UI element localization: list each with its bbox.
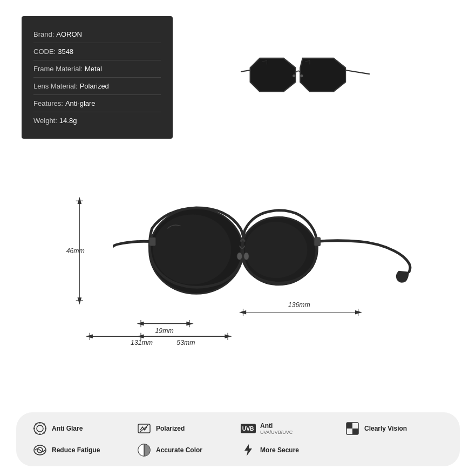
dimension-image-area: 46mm 19mm 53mm 131mm: [22, 155, 454, 349]
svg-text:53mm: 53mm: [176, 339, 195, 346]
svg-rect-11: [314, 237, 321, 246]
anti-glare-label: Anti Glare: [52, 425, 83, 432]
anti-glare-icon: [32, 421, 47, 436]
uvb-text: Anti UVA/UVB/UVC: [260, 422, 293, 435]
svg-point-3: [300, 74, 303, 77]
svg-line-0: [241, 70, 250, 74]
accurate-color-icon: [137, 443, 152, 458]
svg-rect-55: [346, 423, 352, 429]
svg-point-41: [37, 425, 43, 432]
svg-marker-61: [244, 444, 252, 456]
reduce-fatigue-label: Reduce Fatigue: [52, 446, 100, 454]
clearly-vision-icon: [345, 421, 360, 436]
feature-anti-uvb: UVB Anti UVA/UVB/UVC: [241, 421, 339, 436]
svg-point-8: [237, 253, 242, 260]
svg-text:131mm: 131mm: [131, 339, 153, 346]
clearly-vision-label: Clearly Vision: [364, 425, 407, 432]
middle-section: 46mm 19mm 53mm 131mm: [0, 149, 476, 355]
svg-point-7: [245, 222, 308, 278]
spec-frame: Frame Material: Metal: [33, 60, 161, 78]
svg-rect-56: [352, 429, 358, 434]
feature-more-secure: More Secure: [241, 443, 339, 458]
polarized-label: Polarized: [156, 425, 185, 432]
spec-features: Features: Anti-glare: [33, 95, 161, 112]
feature-reduce-fatigue: Reduce Fatigue: [32, 443, 131, 458]
uvb-icon: UVB: [241, 421, 256, 436]
polarized-icon: [137, 421, 152, 436]
svg-marker-25: [137, 335, 144, 339]
more-secure-label: More Secure: [260, 446, 299, 454]
spec-lens: Lens Material: Polarized: [33, 78, 161, 95]
feature-accurate-color: Accurate Color: [137, 443, 235, 458]
specs-box: Brand: AORON CODE: 3548 Frame Material: …: [22, 16, 173, 139]
svg-text:UVB: UVB: [242, 426, 254, 432]
svg-line-1: [345, 70, 369, 74]
accurate-color-label: Accurate Color: [156, 446, 202, 454]
svg-marker-26: [225, 335, 232, 339]
feature-polarized: Polarized: [137, 421, 235, 436]
main-container: { "specs": { "title": "Product Specs", "…: [0, 0, 476, 476]
feature-clearly-vision: Clearly Vision: [345, 421, 444, 436]
svg-text:46mm: 46mm: [66, 247, 85, 255]
more-secure-icon: [241, 443, 256, 458]
sunglasses-front-view: [241, 27, 403, 113]
feature-anti-glare: Anti Glare: [32, 421, 131, 436]
spec-brand: Brand: AORON: [33, 26, 161, 43]
top-section: Brand: AORON CODE: 3548 Frame Material: …: [0, 0, 476, 149]
svg-point-9: [244, 253, 249, 260]
svg-marker-14: [78, 297, 82, 304]
features-bar: Anti Glare Polarized UVB Anti: [16, 412, 460, 466]
sunglasses-side-view: [113, 171, 426, 333]
reduce-fatigue-icon: [32, 443, 47, 458]
top-image-area: [189, 16, 454, 124]
spec-weight: Weight: 14.8g: [33, 112, 161, 129]
svg-rect-10: [149, 237, 156, 246]
spec-code: CODE: 3548: [33, 43, 161, 60]
svg-marker-13: [78, 197, 82, 204]
svg-point-2: [293, 74, 295, 77]
svg-marker-31: [86, 335, 93, 339]
svg-point-5: [153, 214, 231, 284]
